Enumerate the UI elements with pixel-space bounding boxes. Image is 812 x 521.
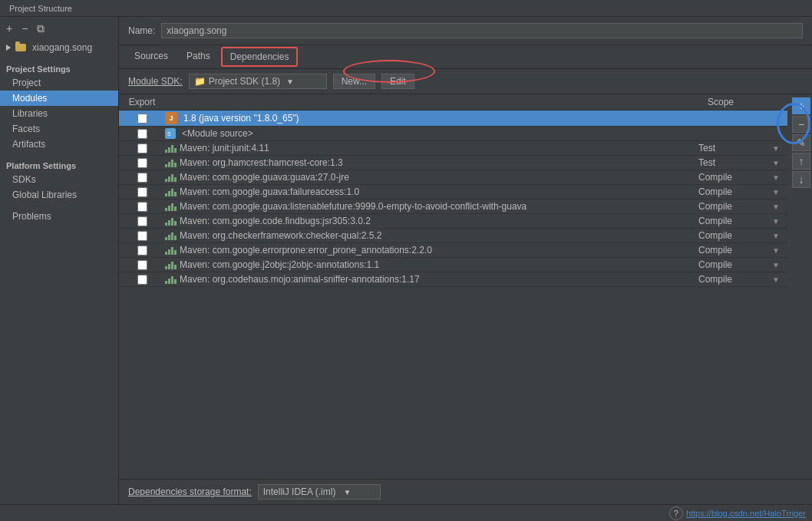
scope-dropdown-icon[interactable]: ▼ bbox=[772, 188, 787, 196]
dep-checkbox[interactable] bbox=[119, 143, 165, 153]
dep-name: Maven: com.google.code.findbugs:jsr305:3… bbox=[180, 216, 695, 226]
export-checkbox[interactable] bbox=[137, 143, 147, 153]
table-row[interactable]: J 1.8 (java version "1.8.0_65") bbox=[119, 110, 787, 127]
edit-sdk-button[interactable]: Edit bbox=[381, 74, 414, 89]
add-button[interactable]: + bbox=[3, 21, 15, 35]
dep-maven-icon bbox=[165, 143, 177, 153]
dep-module-icon: S bbox=[165, 128, 179, 139]
dep-checkbox[interactable] bbox=[119, 187, 165, 197]
table-row[interactable]: Maven: org.codehaus.mojo:animal-sniffer-… bbox=[119, 272, 787, 287]
copy-button[interactable]: ⧉ bbox=[34, 21, 48, 35]
export-checkbox[interactable] bbox=[137, 275, 147, 285]
dep-name: Maven: com.google.guava:failureaccess:1.… bbox=[180, 186, 695, 197]
dep-checkbox[interactable] bbox=[119, 114, 165, 124]
dep-checkbox[interactable] bbox=[119, 231, 165, 241]
scope-dropdown-icon[interactable]: ▼ bbox=[772, 203, 787, 211]
export-checkbox[interactable] bbox=[137, 202, 147, 212]
table-row[interactable]: Maven: com.google.j2objc:j2objc-annotati… bbox=[119, 258, 787, 272]
scope-dropdown-icon[interactable]: ▼ bbox=[772, 246, 787, 255]
module-item[interactable]: xiaogang.song bbox=[0, 40, 118, 55]
name-label: Name: bbox=[128, 25, 155, 36]
dep-checkbox[interactable] bbox=[119, 275, 165, 285]
tab-sources[interactable]: Sources bbox=[125, 46, 177, 68]
tab-paths[interactable]: Paths bbox=[177, 46, 220, 68]
dep-checkbox[interactable] bbox=[119, 260, 165, 270]
export-checkbox[interactable] bbox=[137, 187, 147, 197]
dep-name: <Module source> bbox=[182, 128, 695, 139]
new-sdk-button[interactable]: New... bbox=[333, 74, 375, 89]
dropdown-arrow-icon: ▼ bbox=[286, 77, 294, 86]
scope-dropdown-icon[interactable]: ▼ bbox=[772, 232, 787, 240]
scope-dropdown-icon[interactable]: ▼ bbox=[772, 261, 787, 269]
dep-checkbox[interactable] bbox=[119, 246, 165, 256]
dep-scope: Compile bbox=[695, 186, 772, 197]
move-up-button[interactable]: ↑ bbox=[792, 153, 810, 170]
dep-checkbox[interactable] bbox=[119, 202, 165, 212]
table-row[interactable]: Maven: com.google.code.findbugs:jsr305:3… bbox=[119, 214, 787, 229]
table-row[interactable]: Maven: junit:junit:4.11 Test ▼ bbox=[119, 141, 787, 156]
dep-scope: Test bbox=[695, 143, 772, 153]
export-checkbox[interactable] bbox=[137, 231, 147, 241]
dep-checkbox[interactable] bbox=[119, 158, 165, 168]
export-checkbox[interactable] bbox=[137, 158, 147, 168]
dep-checkbox[interactable] bbox=[119, 173, 165, 183]
folder-icon bbox=[15, 44, 26, 51]
name-row: Name: bbox=[119, 17, 812, 45]
dep-maven-icon bbox=[165, 202, 177, 211]
scope-dropdown-icon[interactable]: ▼ bbox=[772, 173, 787, 182]
bars-icon bbox=[165, 246, 177, 255]
bars-icon bbox=[165, 202, 177, 211]
bars-icon bbox=[165, 187, 177, 196]
sidebar-item-facets[interactable]: Facets bbox=[0, 121, 118, 137]
scope-dropdown-icon[interactable]: ▼ bbox=[772, 144, 787, 153]
help-button[interactable]: ? bbox=[669, 506, 683, 520]
table-row[interactable]: Maven: com.google.guava:guava:27.0-jre C… bbox=[119, 170, 787, 185]
export-checkbox[interactable] bbox=[137, 114, 147, 124]
svg-text:S: S bbox=[167, 131, 171, 137]
scope-col-header: Scope bbox=[701, 97, 778, 107]
sidebar-item-problems[interactable]: Problems bbox=[0, 209, 118, 224]
tabs-row: Sources Paths Dependencies bbox=[119, 45, 812, 69]
scope-dropdown-icon[interactable]: ▼ bbox=[772, 275, 787, 284]
export-checkbox[interactable] bbox=[137, 129, 147, 139]
scope-dropdown-icon[interactable]: ▼ bbox=[772, 159, 787, 167]
storage-format-select[interactable]: IntelliJ IDEA (.iml) ▼ bbox=[258, 484, 381, 500]
remove-button[interactable]: − bbox=[18, 21, 31, 35]
table-row[interactable]: Maven: org.checkerframework:checker-qual… bbox=[119, 229, 787, 243]
edit-dep-button[interactable]: ✎ bbox=[792, 134, 810, 151]
scope-dropdown-icon[interactable]: ▼ bbox=[772, 217, 787, 226]
dep-checkbox[interactable] bbox=[119, 216, 165, 226]
table-row[interactable]: Maven: com.google.errorprone:error_prone… bbox=[119, 243, 787, 258]
dep-scope: Compile bbox=[695, 259, 772, 270]
status-link[interactable]: https://blog.csdn.net/HaloTrriger bbox=[686, 509, 806, 518]
export-checkbox[interactable] bbox=[137, 260, 147, 270]
right-panel: Name: Sources Paths Dependencies Module … bbox=[119, 17, 812, 504]
sdk-select[interactable]: 📁 Project SDK (1.8) ▼ bbox=[189, 74, 327, 89]
table-row[interactable]: Maven: org.hamcrest:hamcrest-core:1.3 Te… bbox=[119, 156, 787, 170]
dep-jdk-icon: J bbox=[165, 112, 180, 124]
dep-name: Maven: com.google.guava:listenablefuture… bbox=[180, 201, 695, 212]
sidebar-item-sdks[interactable]: SDKs bbox=[0, 172, 118, 187]
sidebar-item-project[interactable]: Project bbox=[0, 75, 118, 91]
table-row[interactable]: Maven: com.google.guava:failureaccess:1.… bbox=[119, 185, 787, 199]
title-bar-text: Project Structure bbox=[9, 4, 72, 13]
dep-maven-icon bbox=[165, 173, 177, 182]
sidebar-item-modules[interactable]: Modules bbox=[0, 91, 118, 106]
sidebar-item-libraries[interactable]: Libraries bbox=[0, 106, 118, 121]
table-row[interactable]: S <Module source> bbox=[119, 127, 787, 141]
export-checkbox[interactable] bbox=[137, 246, 147, 256]
tab-dependencies[interactable]: Dependencies bbox=[221, 47, 299, 67]
sidebar-item-artifacts[interactable]: Artifacts bbox=[0, 137, 118, 152]
table-row[interactable]: Maven: com.google.guava:listenablefuture… bbox=[119, 199, 787, 214]
bars-icon bbox=[165, 260, 177, 269]
add-dep-button[interactable]: + bbox=[792, 97, 810, 114]
name-input[interactable] bbox=[161, 23, 803, 38]
dep-scope: Compile bbox=[695, 216, 772, 226]
dep-scope: Compile bbox=[695, 245, 772, 256]
export-checkbox[interactable] bbox=[137, 173, 147, 183]
remove-dep-button[interactable]: − bbox=[792, 116, 810, 133]
export-checkbox[interactable] bbox=[137, 216, 147, 226]
dep-checkbox[interactable] bbox=[119, 129, 165, 139]
sidebar-item-global-libraries[interactable]: Global Libraries bbox=[0, 187, 118, 203]
move-down-button[interactable]: ↓ bbox=[792, 171, 810, 188]
